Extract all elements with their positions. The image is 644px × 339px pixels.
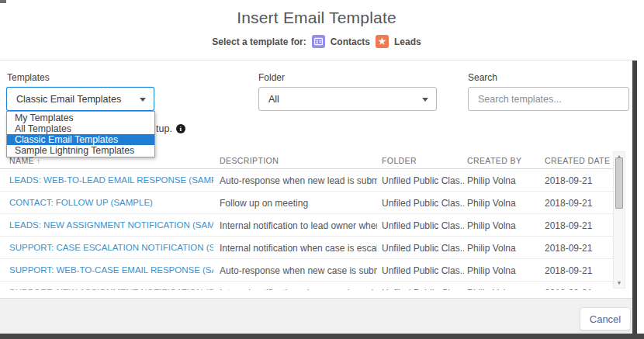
template-name-link[interactable]: SUPPORT: WEB-TO-CASE EMAIL RESPONSE (SAM…	[9, 265, 213, 275]
table-row-clipped[interactable]: SUPPORT: NEW ASSIGNMENT NOTIFICATION (SA…	[0, 282, 613, 290]
template-created-date: 2018-09-21	[545, 265, 611, 276]
chevron-down-icon	[140, 98, 146, 102]
dropdown-option-my-templates[interactable]: My Templates	[7, 112, 154, 123]
template-created-date: 2018-09-21	[545, 198, 611, 209]
window-edge-right	[632, 61, 637, 339]
entity-contacts-label: Contacts	[331, 36, 370, 47]
folder-select[interactable]: All	[258, 87, 437, 111]
insert-email-template-dialog: Insert Email Template Select a template …	[0, 0, 644, 339]
template-created-by: Philip Volna	[467, 220, 542, 231]
template-name-link[interactable]: LEADS: WEB-TO-LEAD EMAIL RESPONSE (SAMPL…	[9, 175, 213, 185]
folder-select-value: All	[268, 94, 279, 105]
dialog-header: Insert Email Template Select a template …	[0, 0, 633, 61]
chevron-down-icon	[422, 98, 428, 102]
template-name-link[interactable]: SUPPORT: CASE ESCALATION NOTIFICATION (S…	[9, 243, 213, 252]
template-folder: Unfiled Public Clas...	[382, 243, 464, 254]
dropdown-option-all-templates[interactable]: All Templates	[7, 123, 154, 134]
templates-select-value: Classic Email Templates	[16, 94, 121, 105]
template-description: Auto-response when new case is submit...	[220, 265, 377, 276]
column-header-created-date[interactable]: CREATED DATE	[545, 156, 611, 165]
table-row[interactable]: CONTACT: FOLLOW UP (SAMPLE) Follow up on…	[0, 192, 613, 214]
template-created-date: 2018-09-21	[545, 220, 611, 231]
entity-leads-label: Leads	[394, 36, 421, 47]
subtitle-label: Select a template for:	[212, 36, 306, 47]
contact-icon	[312, 35, 325, 48]
table-row[interactable]: SUPPORT: WEB-TO-CASE EMAIL RESPONSE (SAM…	[0, 259, 613, 282]
template-created-date: 2018-09-21	[545, 288, 611, 290]
table-row[interactable]: SUPPORT: CASE ESCALATION NOTIFICATION (S…	[0, 237, 613, 259]
cancel-button[interactable]: Cancel	[580, 307, 631, 330]
search-input[interactable]	[468, 87, 629, 111]
hint-text-fragment: tup. i	[156, 123, 185, 134]
lead-icon: ★	[376, 35, 389, 48]
templates-select[interactable]: Classic Email Templates	[6, 87, 154, 111]
hint-fragment-label: tup.	[156, 123, 172, 134]
template-name-link[interactable]: CONTACT: FOLLOW UP (SAMPLE)	[9, 198, 213, 207]
dropdown-option-classic-email-templates[interactable]: Classic Email Templates	[7, 134, 154, 145]
dropdown-option-sample-lightning-templates[interactable]: Sample Lightning Templates	[7, 145, 154, 156]
window-edge-bottom	[0, 334, 644, 339]
sort-ascending-icon: ↑	[36, 157, 40, 165]
template-folder: Unfiled Public Clas...	[382, 175, 464, 186]
template-description: Internal notification when case is escal…	[220, 243, 377, 254]
template-folder: Unfiled Public Clas...	[382, 288, 464, 290]
template-created-by: Philip Volna	[467, 288, 542, 290]
template-created-by: Philip Volna	[467, 243, 542, 254]
table-row[interactable]: LEADS: NEW ASSIGNMENT NOTIFICATION (SAMP…	[0, 214, 613, 237]
page-title: Insert Email Template	[0, 9, 633, 27]
templates-label: Templates	[7, 72, 50, 83]
template-created-by: Philip Volna	[467, 175, 542, 186]
search-label: Search	[468, 72, 497, 83]
scrollbar-down-icon[interactable]: ▼	[614, 278, 625, 288]
template-name-link[interactable]: SUPPORT: NEW ASSIGNMENT NOTIFICATION (SA…	[9, 288, 213, 290]
info-icon[interactable]: i	[176, 124, 185, 133]
template-folder: Unfiled Public Clas...	[382, 198, 464, 209]
template-description: Auto-response when new lead is submitt..…	[220, 175, 377, 186]
template-description: Follow up on meeting	[220, 198, 377, 209]
subtitle-row: Select a template for: Contacts ★ Leads	[0, 35, 633, 48]
template-created-by: Philip Volna	[467, 198, 542, 209]
template-description: Internal notification when case is assig…	[220, 288, 377, 290]
column-header-description[interactable]: DESCRIPTION	[220, 156, 377, 165]
template-created-by: Philip Volna	[467, 265, 542, 276]
dialog-footer	[0, 298, 633, 334]
templates-dropdown-list: My Templates All Templates Classic Email…	[6, 111, 155, 157]
template-name-link[interactable]: LEADS: NEW ASSIGNMENT NOTIFICATION (SAMP…	[9, 220, 213, 230]
column-header-created-by[interactable]: CREATED BY	[467, 156, 542, 165]
folder-label: Folder	[258, 72, 285, 83]
column-header-folder[interactable]: FOLDER	[382, 156, 464, 165]
template-description: Internal notification to lead owner when…	[220, 220, 377, 231]
template-created-date: 2018-09-21	[545, 175, 611, 186]
template-folder: Unfiled Public Clas...	[382, 220, 464, 231]
vertical-scrollbar[interactable]: ▲ ▼	[613, 151, 625, 289]
template-created-date: 2018-09-21	[545, 243, 611, 254]
template-folder: Unfiled Public Clas...	[382, 265, 464, 276]
table-row[interactable]: LEADS: WEB-TO-LEAD EMAIL RESPONSE (SAMPL…	[0, 169, 613, 192]
scrollbar-thumb[interactable]	[615, 157, 623, 209]
window-edge-corner	[0, 0, 6, 3]
